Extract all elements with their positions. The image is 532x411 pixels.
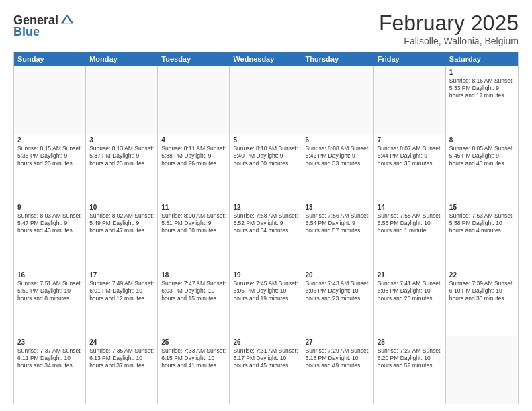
calendar-cell-4-3: 26Sunrise: 7:31 AM Sunset: 6:17 PM Dayli…	[230, 336, 302, 404]
calendar-cell-0-6: 1Sunrise: 8:16 AM Sunset: 5:33 PM Daylig…	[446, 66, 518, 134]
day-info: Sunrise: 7:49 AM Sunset: 6:01 PM Dayligh…	[89, 280, 154, 302]
calendar-header: Sunday Monday Tuesday Wednesday Thursday…	[14, 52, 518, 66]
day-number: 3	[89, 136, 154, 144]
calendar-cell-4-6	[446, 336, 518, 404]
day-number: 21	[378, 271, 442, 279]
month-year: February 2025	[379, 11, 519, 36]
calendar-cell-2-4: 13Sunrise: 7:56 AM Sunset: 5:54 PM Dayli…	[302, 201, 374, 269]
calendar-cell-0-3	[230, 66, 302, 134]
calendar-cell-2-1: 10Sunrise: 8:02 AM Sunset: 5:49 PM Dayli…	[86, 201, 158, 269]
day-info: Sunrise: 7:47 AM Sunset: 6:03 PM Dayligh…	[161, 280, 226, 302]
day-number: 11	[161, 203, 226, 211]
header: General Blue February 2025 Falisolle, Wa…	[13, 11, 519, 46]
day-info: Sunrise: 8:10 AM Sunset: 5:40 PM Dayligh…	[233, 145, 298, 167]
calendar-cell-3-3: 19Sunrise: 7:45 AM Sunset: 6:05 PM Dayli…	[230, 269, 302, 336]
day-number: 13	[306, 203, 370, 211]
calendar-row-4: 23Sunrise: 7:37 AM Sunset: 6:11 PM Dayli…	[14, 336, 518, 404]
day-info: Sunrise: 7:56 AM Sunset: 5:54 PM Dayligh…	[306, 212, 370, 234]
logo: General Blue	[13, 13, 75, 39]
calendar-cell-4-2: 25Sunrise: 7:33 AM Sunset: 6:15 PM Dayli…	[158, 336, 230, 404]
calendar-cell-1-0: 2Sunrise: 8:15 AM Sunset: 5:35 PM Daylig…	[14, 134, 86, 201]
calendar-cell-3-5: 21Sunrise: 7:41 AM Sunset: 6:08 PM Dayli…	[374, 269, 446, 336]
calendar-row-3: 16Sunrise: 7:51 AM Sunset: 5:59 PM Dayli…	[14, 269, 518, 336]
header-tuesday: Tuesday	[158, 52, 230, 66]
calendar-cell-4-1: 24Sunrise: 7:35 AM Sunset: 6:13 PM Dayli…	[86, 336, 158, 404]
calendar-cell-2-6: 15Sunrise: 7:53 AM Sunset: 5:58 PM Dayli…	[446, 201, 518, 269]
header-sunday: Sunday	[14, 52, 86, 66]
calendar-cell-2-2: 11Sunrise: 8:00 AM Sunset: 5:51 PM Dayli…	[158, 201, 230, 269]
day-info: Sunrise: 7:39 AM Sunset: 6:10 PM Dayligh…	[449, 280, 515, 302]
calendar-cell-0-2	[158, 66, 230, 134]
day-info: Sunrise: 8:11 AM Sunset: 5:38 PM Dayligh…	[161, 145, 226, 167]
day-number: 26	[233, 338, 298, 346]
header-friday: Friday	[374, 52, 446, 66]
calendar-row-0: 1Sunrise: 8:16 AM Sunset: 5:33 PM Daylig…	[14, 66, 518, 134]
day-info: Sunrise: 7:53 AM Sunset: 5:58 PM Dayligh…	[449, 212, 515, 234]
title-block: February 2025 Falisolle, Wallonia, Belgi…	[379, 11, 519, 46]
calendar-row-2: 9Sunrise: 8:03 AM Sunset: 5:47 PM Daylig…	[14, 201, 518, 269]
day-number: 14	[378, 203, 442, 211]
day-number: 20	[306, 271, 370, 279]
day-info: Sunrise: 8:02 AM Sunset: 5:49 PM Dayligh…	[89, 212, 154, 234]
day-number: 5	[233, 136, 298, 144]
day-info: Sunrise: 7:29 AM Sunset: 6:18 PM Dayligh…	[306, 347, 370, 369]
day-number: 19	[233, 271, 298, 279]
calendar-cell-0-0	[14, 66, 86, 134]
calendar-cell-3-1: 17Sunrise: 7:49 AM Sunset: 6:01 PM Dayli…	[86, 269, 158, 336]
location: Falisolle, Wallonia, Belgium	[379, 36, 519, 46]
day-number: 9	[17, 203, 82, 211]
day-info: Sunrise: 7:45 AM Sunset: 6:05 PM Dayligh…	[233, 280, 298, 302]
day-number: 23	[17, 338, 82, 346]
calendar-cell-2-5: 14Sunrise: 7:55 AM Sunset: 5:56 PM Dayli…	[374, 201, 446, 269]
day-info: Sunrise: 7:41 AM Sunset: 6:08 PM Dayligh…	[378, 280, 442, 302]
day-number: 1	[449, 68, 515, 76]
calendar-cell-2-3: 12Sunrise: 7:58 AM Sunset: 5:52 PM Dayli…	[230, 201, 302, 269]
day-info: Sunrise: 7:27 AM Sunset: 6:20 PM Dayligh…	[378, 347, 442, 369]
calendar-cell-3-6: 22Sunrise: 7:39 AM Sunset: 6:10 PM Dayli…	[446, 269, 518, 336]
day-number: 8	[449, 136, 515, 144]
day-number: 7	[378, 136, 442, 144]
day-info: Sunrise: 7:33 AM Sunset: 6:15 PM Dayligh…	[161, 347, 226, 369]
calendar-cell-0-5	[374, 66, 446, 134]
calendar-row-1: 2Sunrise: 8:15 AM Sunset: 5:35 PM Daylig…	[14, 134, 518, 201]
day-number: 12	[233, 203, 298, 211]
calendar: Sunday Monday Tuesday Wednesday Thursday…	[13, 52, 519, 404]
calendar-cell-3-2: 18Sunrise: 7:47 AM Sunset: 6:03 PM Dayli…	[158, 269, 230, 336]
header-wednesday: Wednesday	[230, 52, 302, 66]
day-number: 22	[449, 271, 515, 279]
calendar-cell-2-0: 9Sunrise: 8:03 AM Sunset: 5:47 PM Daylig…	[14, 201, 86, 269]
calendar-cell-1-5: 7Sunrise: 8:07 AM Sunset: 5:44 PM Daylig…	[374, 134, 446, 201]
calendar-cell-4-0: 23Sunrise: 7:37 AM Sunset: 6:11 PM Dayli…	[14, 336, 86, 404]
day-info: Sunrise: 8:16 AM Sunset: 5:33 PM Dayligh…	[449, 77, 515, 99]
page: General Blue February 2025 Falisolle, Wa…	[0, 0, 532, 411]
day-info: Sunrise: 7:58 AM Sunset: 5:52 PM Dayligh…	[233, 212, 298, 234]
header-monday: Monday	[86, 52, 158, 66]
day-info: Sunrise: 8:08 AM Sunset: 5:42 PM Dayligh…	[306, 145, 370, 167]
calendar-cell-1-1: 3Sunrise: 8:13 AM Sunset: 5:37 PM Daylig…	[86, 134, 158, 201]
calendar-cell-3-4: 20Sunrise: 7:43 AM Sunset: 6:06 PM Dayli…	[302, 269, 374, 336]
logo-icon	[60, 12, 75, 27]
day-info: Sunrise: 8:03 AM Sunset: 5:47 PM Dayligh…	[17, 212, 82, 234]
calendar-cell-0-4	[302, 66, 374, 134]
day-number: 16	[17, 271, 82, 279]
day-number: 24	[89, 338, 154, 346]
calendar-cell-3-0: 16Sunrise: 7:51 AM Sunset: 5:59 PM Dayli…	[14, 269, 86, 336]
calendar-body: 1Sunrise: 8:16 AM Sunset: 5:33 PM Daylig…	[14, 66, 518, 404]
day-info: Sunrise: 8:00 AM Sunset: 5:51 PM Dayligh…	[161, 212, 226, 234]
calendar-cell-4-5: 28Sunrise: 7:27 AM Sunset: 6:20 PM Dayli…	[374, 336, 446, 404]
day-number: 6	[306, 136, 370, 144]
day-info: Sunrise: 7:35 AM Sunset: 6:13 PM Dayligh…	[89, 347, 154, 369]
day-info: Sunrise: 7:37 AM Sunset: 6:11 PM Dayligh…	[17, 347, 82, 369]
day-info: Sunrise: 8:15 AM Sunset: 5:35 PM Dayligh…	[17, 145, 82, 167]
header-saturday: Saturday	[446, 52, 518, 66]
calendar-cell-1-6: 8Sunrise: 8:05 AM Sunset: 5:45 PM Daylig…	[446, 134, 518, 201]
day-number: 10	[89, 203, 154, 211]
day-info: Sunrise: 7:51 AM Sunset: 5:59 PM Dayligh…	[17, 280, 82, 302]
day-info: Sunrise: 7:43 AM Sunset: 6:06 PM Dayligh…	[306, 280, 370, 302]
day-number: 4	[161, 136, 226, 144]
day-info: Sunrise: 8:13 AM Sunset: 5:37 PM Dayligh…	[89, 145, 154, 167]
day-number: 2	[17, 136, 82, 144]
day-info: Sunrise: 7:31 AM Sunset: 6:17 PM Dayligh…	[233, 347, 298, 369]
day-number: 27	[306, 338, 370, 346]
day-info: Sunrise: 8:07 AM Sunset: 5:44 PM Dayligh…	[378, 145, 442, 167]
